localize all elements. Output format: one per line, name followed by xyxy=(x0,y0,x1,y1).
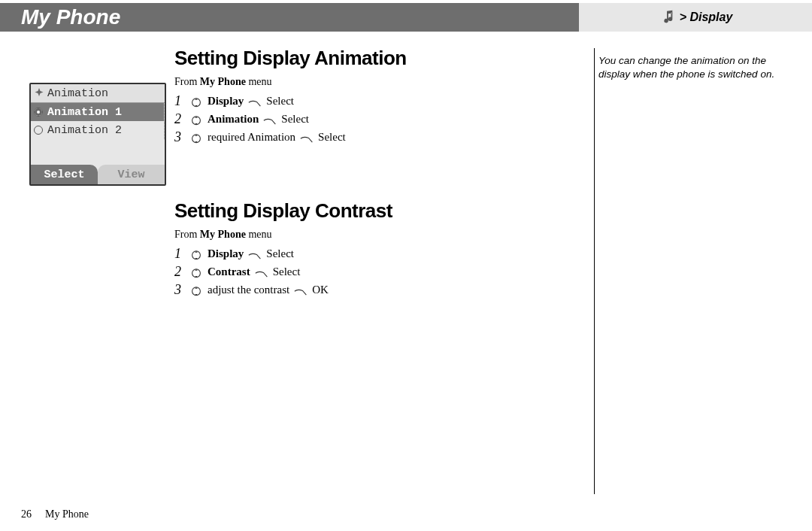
step-action: Select xyxy=(266,93,294,109)
note-text: You can change the animation on the disp… xyxy=(598,47,786,81)
section-animation: Setting Display Animation From My Phone … xyxy=(174,47,573,145)
intro-prefix: From xyxy=(174,229,200,240)
steps-list: 1 Display Select 2 Animation Select 3 re… xyxy=(174,93,573,145)
intro-prefix: From xyxy=(174,76,200,87)
column-separator xyxy=(594,48,595,494)
step-row: 1 Display Select xyxy=(174,93,573,109)
step-number: 1 xyxy=(174,93,185,109)
step-action: OK xyxy=(312,281,329,298)
radio-selected-icon xyxy=(34,108,43,117)
phone-title-row: Animation xyxy=(31,84,165,102)
phone-screenshot: Animation Animation 1 Animation 2 Select… xyxy=(29,83,166,186)
step-number: 2 xyxy=(174,111,185,127)
step-row: 3 required Animation Select xyxy=(174,129,573,145)
softkey-right[interactable]: View xyxy=(98,165,165,184)
step-row: 1 Display Select xyxy=(174,245,573,262)
step-number: 3 xyxy=(174,281,185,298)
step-item: required Animation xyxy=(208,129,295,145)
step-action: Select xyxy=(281,111,309,127)
intro-bold: My Phone xyxy=(200,76,246,87)
step-row: 2 Animation Select xyxy=(174,111,573,127)
phone-menu-item[interactable]: Animation 1 xyxy=(31,103,164,121)
nav-pad-icon xyxy=(189,132,203,142)
step-number: 2 xyxy=(174,263,185,280)
header-title: My Phone xyxy=(21,5,120,29)
step-row: 2 Contrast Select xyxy=(174,263,573,280)
phone-item-label: Animation 2 xyxy=(47,124,122,137)
music-notes-icon xyxy=(659,9,675,26)
main-content: Setting Display Animation From My Phone … xyxy=(174,47,573,299)
phone-softkeys: Select View xyxy=(31,165,165,184)
softkey-left[interactable]: Select xyxy=(31,165,98,184)
nav-pad-icon xyxy=(189,96,203,106)
section-intro: From My Phone menu xyxy=(174,76,573,88)
nav-pad-icon xyxy=(189,114,203,124)
step-item: Display xyxy=(208,93,244,109)
step-number: 3 xyxy=(174,129,185,145)
sparkle-icon xyxy=(34,88,44,99)
select-key-icon xyxy=(255,266,268,277)
phone-menu-list: Animation 1 Animation 2 xyxy=(31,102,165,139)
nav-pad-icon xyxy=(189,266,203,277)
steps-list: 1 Display Select 2 Contrast Select 3 adj… xyxy=(174,245,573,298)
phone-item-label: Animation 1 xyxy=(47,106,122,119)
section-heading: Setting Display Contrast xyxy=(174,199,573,223)
header-bar: My Phone xyxy=(0,3,579,32)
step-action: Select xyxy=(266,245,294,262)
section-intro: From My Phone menu xyxy=(174,229,573,241)
nav-pad-icon xyxy=(189,248,203,259)
step-number: 1 xyxy=(174,245,185,262)
page-footer: 26 My Phone xyxy=(21,508,89,520)
step-row: 3 adjust the contrast OK xyxy=(174,281,573,298)
section-heading: Setting Display Animation xyxy=(174,47,573,70)
breadcrumb: > Display xyxy=(579,3,812,32)
radio-unselected-icon xyxy=(34,126,43,135)
sidebar-note: You can change the animation on the disp… xyxy=(598,47,786,81)
breadcrumb-label: > Display xyxy=(680,11,733,24)
step-action: Select xyxy=(318,129,346,145)
page-number: 26 xyxy=(21,508,32,520)
intro-suffix: menu xyxy=(246,76,272,87)
footer-title: My Phone xyxy=(45,508,89,520)
intro-bold: My Phone xyxy=(200,229,246,240)
select-key-icon xyxy=(248,96,262,106)
step-item: Display xyxy=(208,245,244,262)
intro-suffix: menu xyxy=(246,229,272,240)
select-key-icon xyxy=(248,248,262,259)
section-contrast: Setting Display Contrast From My Phone m… xyxy=(174,199,573,298)
step-action: Select xyxy=(273,263,301,280)
phone-title: Animation xyxy=(47,87,108,100)
select-key-icon xyxy=(300,132,314,142)
select-key-icon xyxy=(294,284,308,295)
nav-pad-icon xyxy=(189,284,203,295)
select-key-icon xyxy=(263,114,277,124)
step-item: adjust the contrast xyxy=(208,281,289,298)
phone-menu-item[interactable]: Animation 2 xyxy=(31,121,164,139)
svg-point-0 xyxy=(671,12,672,14)
step-item: Contrast xyxy=(208,263,250,280)
step-item: Animation xyxy=(208,111,259,127)
